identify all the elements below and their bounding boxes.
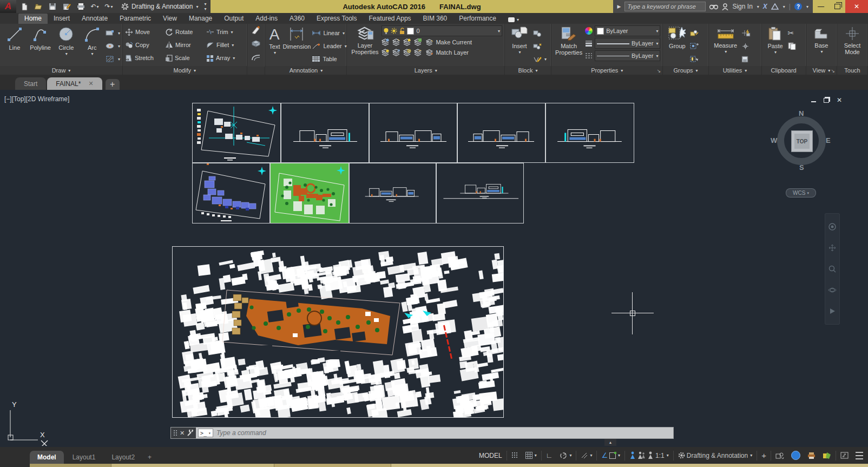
tab-parametric[interactable]: Parametric — [114, 14, 157, 24]
text-button[interactable]: A Text▾ — [267, 25, 281, 56]
tab-performance[interactable]: Performance — [453, 14, 502, 24]
trim-button[interactable]: Trim▾ — [206, 25, 233, 38]
ortho-toggle[interactable]: ∟ — [543, 449, 556, 462]
tab-featured-apps[interactable]: Featured Apps — [363, 14, 417, 24]
fillet-button[interactable]: Fillet▾ — [206, 38, 234, 51]
file-tab-fainal[interactable]: FAINAL* ✕ — [47, 77, 102, 90]
panel-label-annotation[interactable]: Annotation▾ — [265, 66, 346, 75]
panel-label-layers[interactable]: Layers▾ — [347, 66, 504, 75]
a360-icon[interactable] — [771, 3, 779, 10]
workspace-status-switcher[interactable]: Drafting & Annotation▾ — [675, 449, 755, 462]
annoscale-person-blue-icon[interactable] — [629, 451, 636, 459]
layer-properties-button[interactable]: Layer Properties — [349, 25, 380, 55]
erase-icon[interactable] — [251, 25, 261, 38]
viewcube-east[interactable]: E — [826, 136, 831, 144]
panel-label-clipboard[interactable]: Clipboard — [762, 66, 806, 75]
linear-button[interactable]: Linear▾ — [312, 27, 346, 40]
wcs-menu[interactable]: WCS▾ — [786, 188, 816, 198]
clean-screen-toggle[interactable] — [838, 449, 851, 462]
layout-tab-layout2[interactable]: Layout2 — [104, 451, 142, 464]
file-tab-close-icon[interactable]: ✕ — [88, 80, 93, 87]
layout-tab-model[interactable]: Model — [30, 451, 64, 464]
view-dialog-launcher[interactable]: ↘ — [831, 68, 835, 74]
trusted-autodesk-icon[interactable] — [820, 449, 834, 462]
explode-icon[interactable] — [251, 40, 261, 52]
viewport-controls-label[interactable]: [−][Top][2D Wireframe] — [4, 95, 69, 103]
layer-thaw-sun-icon[interactable] — [391, 28, 397, 34]
new-file-icon[interactable] — [19, 2, 29, 11]
linetype-combo[interactable]: ByLayer ▾ — [595, 50, 660, 61]
viewcube-south[interactable]: S — [799, 163, 804, 172]
exchange-apps-icon[interactable]: X — [763, 3, 767, 10]
object-color-combo[interactable]: ByLayer ▾ — [595, 25, 660, 36]
new-drawing-tab-button[interactable]: + — [106, 79, 120, 90]
annotation-monitor-plus[interactable]: + — [759, 449, 769, 462]
drawing-landscape-plan[interactable] — [270, 163, 349, 223]
drawing-canvas[interactable]: [−][Top][2D Wireframe] ✕ N W E S TOP WCS… — [0, 90, 868, 447]
drawing-elevation-4[interactable] — [545, 103, 634, 163]
properties-dialog-launcher[interactable]: ↘ — [657, 68, 661, 74]
expand-icon[interactable]: ▶ — [617, 4, 621, 9]
save-icon[interactable] — [48, 2, 57, 11]
grid-display-toggle[interactable]: ▾ — [523, 449, 540, 462]
line-button[interactable]: Line — [2, 25, 27, 51]
customize-wrench-icon[interactable] — [187, 430, 194, 437]
file-tab-start[interactable]: Start — [15, 77, 46, 90]
match-properties-button[interactable]: Match Properties — [554, 25, 584, 56]
tab-annotate[interactable]: Annotate — [76, 14, 114, 24]
undo-icon[interactable]: ↶▾ — [90, 2, 100, 11]
zoom-icon[interactable] — [828, 265, 837, 273]
command-line-palette[interactable]: ✕ >_▾ — [170, 427, 674, 439]
rotate-button[interactable]: Rotate — [165, 25, 201, 38]
command-line-grip[interactable]: ✕ — [171, 427, 196, 438]
drawing-section-2[interactable] — [436, 163, 524, 223]
sign-in-dropdown[interactable]: ▾ — [757, 4, 759, 9]
workspace-switcher[interactable]: Drafting & Annotation ▾ ▾▾ — [117, 0, 211, 13]
panel-label-block[interactable]: Block▾ — [505, 66, 551, 75]
hatch-button[interactable]: ▾ — [106, 52, 120, 65]
group-edit-icon[interactable] — [690, 27, 699, 40]
annoscale-people-icon[interactable] — [637, 451, 646, 459]
lineweight-combo[interactable]: ByLayer ▾ — [595, 38, 660, 49]
paste-button[interactable]: Paste▾ — [764, 25, 787, 56]
command-prompt-badge[interactable]: >_▾ — [198, 429, 213, 437]
tab-add-ins[interactable]: Add-ins — [249, 14, 284, 24]
annotation-visibility-toggle[interactable]: ∠ ▾ — [599, 449, 623, 462]
leader-button[interactable]: Leader▾ — [312, 40, 346, 52]
create-block-icon[interactable] — [533, 27, 547, 40]
isodraft-toggle[interactable]: ▾ — [578, 449, 595, 462]
ungroup-icon[interactable] — [690, 40, 699, 52]
scale-button[interactable]: Scale — [165, 51, 201, 64]
search-input[interactable] — [624, 2, 706, 11]
orbit-icon[interactable] — [828, 286, 837, 294]
layer-select-combo[interactable]: 0 ▾ — [382, 25, 502, 36]
viewcube-top-face[interactable]: TOP — [791, 130, 813, 152]
help-icon[interactable]: ? — [794, 3, 802, 10]
isolate-objects-toggle[interactable] — [773, 449, 787, 462]
polar-tracking-toggle[interactable]: ▾ — [557, 449, 574, 462]
restore-button[interactable] — [829, 0, 845, 13]
group-button[interactable]: Group — [665, 25, 689, 49]
steering-wheel-icon[interactable] — [828, 222, 837, 231]
command-input[interactable] — [215, 427, 673, 438]
drawing-elevation-2[interactable] — [369, 103, 457, 163]
viewcube[interactable]: N W E S TOP — [772, 111, 831, 175]
viewcube-north[interactable]: N — [799, 109, 804, 117]
circle-button[interactable]: Circle▾ — [54, 25, 79, 57]
mirror-button[interactable]: Mirror — [165, 38, 201, 51]
ribbon-display-toggle[interactable]: ▾ — [502, 16, 525, 24]
tab-bim-360[interactable]: BIM 360 — [417, 14, 453, 24]
search-binoculars-icon[interactable] — [709, 3, 718, 10]
tab-a360[interactable]: A360 — [284, 14, 311, 24]
drawing-site-plan[interactable] — [192, 103, 281, 163]
arc-button[interactable]: Arc▾ — [80, 25, 104, 57]
drawing-section-1[interactable] — [349, 163, 436, 223]
make-current-button[interactable]: Make Current — [426, 38, 472, 47]
measure-button[interactable]: Measure▾ — [711, 25, 740, 55]
plot-icon[interactable] — [76, 2, 86, 11]
select-mode-button[interactable]: Select Mode — [839, 25, 865, 55]
layout-tab-layout1[interactable]: Layout1 — [65, 451, 103, 464]
copy-button[interactable]: Copy — [125, 38, 160, 51]
match-layer-button[interactable]: Match Layer — [426, 48, 469, 57]
drawing-minimize-icon[interactable] — [811, 101, 816, 102]
